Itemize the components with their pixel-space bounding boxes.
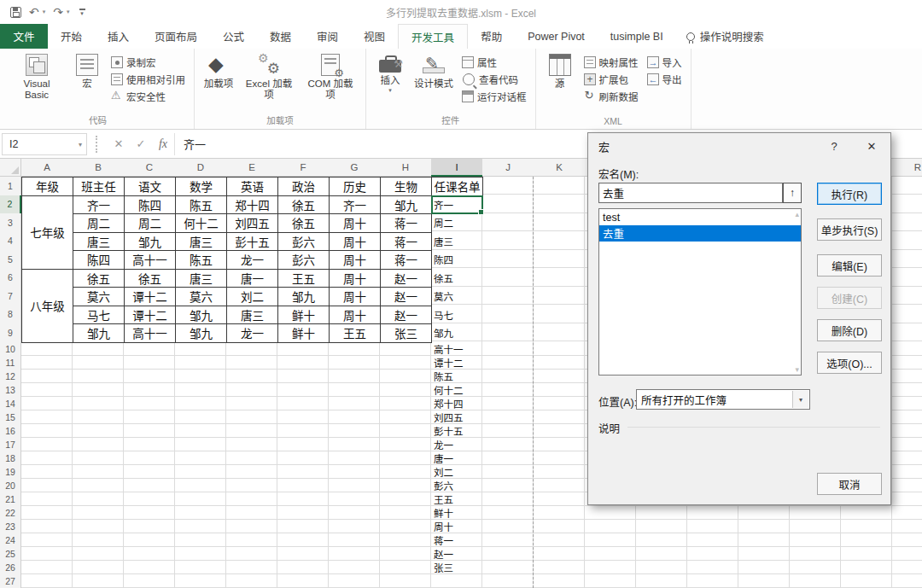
column-header-F[interactable]: F — [277, 159, 330, 177]
column-header-H[interactable]: H — [380, 159, 432, 177]
ribbon-button-源[interactable]: 源 — [540, 50, 580, 91]
cell-I19[interactable]: 刘二 — [431, 465, 483, 480]
location-dropdown-icon[interactable]: ▾ — [792, 391, 808, 408]
cell-I13[interactable]: 何十二 — [431, 383, 483, 398]
cell-I10[interactable]: 高十一 — [431, 342, 483, 357]
cell-F3[interactable]: 徐五 — [277, 213, 330, 233]
cell-F1[interactable]: 政治 — [277, 177, 330, 196]
ribbon-button-Visual Basic[interactable]: Visual Basic — [6, 50, 67, 102]
cell-C7[interactable]: 谭十二 — [124, 287, 176, 306]
cell-I6[interactable]: 徐五 — [431, 269, 483, 288]
cell-F6[interactable]: 王五 — [277, 269, 330, 288]
cell-B4[interactable]: 唐三 — [73, 232, 125, 252]
tab-5[interactable]: 审阅 — [304, 24, 351, 49]
cell-G8[interactable]: 周十 — [329, 306, 381, 325]
cancel-entry-icon[interactable]: ✕ — [108, 133, 130, 155]
cell-I11[interactable]: 谭十二 — [431, 356, 483, 370]
column-header-C[interactable]: C — [124, 159, 176, 177]
row-header-6[interactable]: 6 — [0, 269, 21, 288]
cancel-button[interactable]: 取消 — [817, 473, 882, 495]
row-header-11[interactable]: 11 — [0, 356, 21, 370]
row-header-9[interactable]: 9 — [0, 323, 21, 343]
cell-I18[interactable]: 唐一 — [431, 451, 483, 466]
macro-name-spinner-icon[interactable]: ↑ — [783, 183, 802, 203]
row-header-15[interactable]: 15 — [0, 410, 21, 425]
cell-H6[interactable]: 赵一 — [380, 269, 432, 288]
cell-C1[interactable]: 语文 — [124, 177, 176, 196]
cell-I12[interactable]: 陈五 — [431, 370, 483, 384]
column-header-A[interactable]: A — [21, 159, 73, 177]
select-all-corner[interactable] — [0, 159, 21, 177]
ribbon-button-COM 加载项[interactable]: COM 加载项 — [300, 50, 361, 102]
cell-G1[interactable]: 历史 — [329, 177, 381, 196]
scroll-up-icon[interactable]: ▴ — [795, 210, 799, 218]
tab-10[interactable]: tusimple BI — [598, 24, 676, 49]
cell-I26[interactable]: 张三 — [431, 561, 483, 575]
tab-1[interactable]: 插入 — [95, 24, 142, 49]
cell-E3[interactable]: 刘四五 — [226, 213, 278, 233]
tab-7[interactable]: 开发工具 — [398, 24, 468, 49]
cell-B1[interactable]: 班主任 — [73, 177, 125, 196]
cell-I16[interactable]: 彭十五 — [431, 424, 483, 439]
column-header-R[interactable]: R — [892, 159, 922, 177]
cell-E6[interactable]: 唐一 — [226, 269, 278, 288]
ribbon-button-录制宏[interactable]: 录制宏 — [108, 55, 188, 69]
cell-E2[interactable]: 郑十四 — [226, 195, 278, 215]
ribbon-button-导入[interactable]: 导入 — [645, 55, 685, 69]
cell-H2[interactable]: 邹九 — [380, 195, 432, 215]
cell-I1[interactable]: 任课名单 — [431, 177, 483, 196]
cell-G5[interactable]: 周十 — [329, 250, 381, 270]
row-header-25[interactable]: 25 — [0, 547, 21, 562]
merged-cell-grade-七年级[interactable]: 七年级 — [21, 195, 73, 270]
cell-H8[interactable]: 赵一 — [380, 306, 432, 325]
cell-I2[interactable]: 齐一 — [431, 195, 483, 215]
column-header-G[interactable]: G — [329, 159, 381, 177]
cell-H1[interactable]: 生物 — [380, 177, 432, 196]
cell-H5[interactable]: 蒋一 — [380, 250, 432, 270]
run-button[interactable]: 执行(R) — [817, 183, 882, 205]
tab-9[interactable]: Power Pivot — [515, 24, 598, 49]
location-combobox[interactable]: 所有打开的工作簿 ▾ — [636, 389, 810, 410]
cell-E5[interactable]: 龙一 — [226, 250, 278, 270]
cell-F8[interactable]: 鲜十 — [277, 306, 330, 325]
cell-C3[interactable]: 周二 — [124, 213, 176, 233]
tab-3[interactable]: 公式 — [210, 24, 257, 49]
cell-D5[interactable]: 陈五 — [175, 250, 227, 270]
cell-I24[interactable]: 蒋一 — [431, 533, 483, 548]
cell-B9[interactable]: 邹九 — [73, 323, 125, 343]
row-header-13[interactable]: 13 — [0, 383, 21, 398]
cell-H9[interactable]: 张三 — [380, 323, 432, 343]
cell-E9[interactable]: 龙一 — [226, 323, 278, 343]
cell-G9[interactable]: 王五 — [329, 323, 381, 343]
cell-F9[interactable]: 鲜十 — [277, 323, 330, 343]
cell-C9[interactable]: 高十一 — [124, 323, 176, 343]
row-header-19[interactable]: 19 — [0, 465, 21, 480]
ribbon-button-插入[interactable]: 插入▾ — [371, 50, 410, 96]
cell-G6[interactable]: 周十 — [329, 269, 381, 288]
options-button[interactable]: 选项(O)... — [817, 352, 882, 374]
cell-D1[interactable]: 数学 — [175, 177, 227, 196]
cell-I14[interactable]: 郑十四 — [431, 397, 483, 411]
row-header-18[interactable]: 18 — [0, 451, 21, 466]
cell-I22[interactable]: 鲜十 — [431, 506, 483, 521]
row-header-17[interactable]: 17 — [0, 438, 21, 452]
cell-I9[interactable]: 邹九 — [431, 323, 483, 343]
column-header-B[interactable]: B — [73, 159, 125, 177]
save-icon[interactable] — [10, 7, 21, 18]
tab-6[interactable]: 视图 — [351, 24, 398, 49]
row-header-21[interactable]: 21 — [0, 492, 21, 507]
ribbon-button-查看代码[interactable]: 查看代码 — [459, 72, 529, 86]
cell-E4[interactable]: 彭十五 — [226, 232, 278, 252]
cell-B6[interactable]: 徐五 — [73, 269, 125, 288]
ribbon-button-Excel 加载项[interactable]: Excel 加载项 — [238, 50, 300, 102]
cell-C8[interactable]: 谭十二 — [124, 306, 176, 325]
redo-dropdown-icon[interactable]: ▾ — [67, 9, 70, 15]
confirm-entry-icon[interactable]: ✓ — [130, 133, 152, 155]
cell-F2[interactable]: 徐五 — [277, 195, 330, 215]
cell-G4[interactable]: 周十 — [329, 232, 381, 252]
column-header-I[interactable]: I — [431, 159, 483, 177]
cell-I4[interactable]: 唐三 — [431, 232, 483, 252]
cell-E1[interactable]: 英语 — [226, 177, 278, 196]
ribbon-button-刷新数据[interactable]: 刷新数据 — [581, 89, 641, 103]
row-header-24[interactable]: 24 — [0, 533, 21, 548]
